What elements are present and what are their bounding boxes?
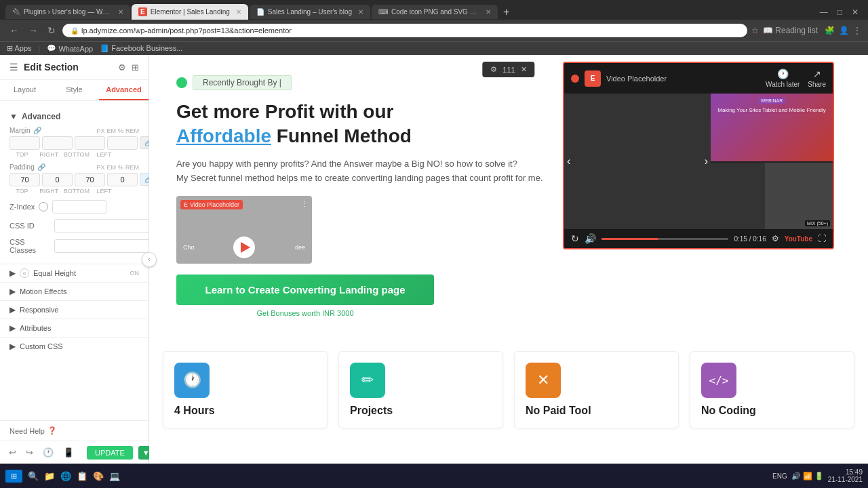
zindex-circle [39,202,48,211]
margin-bottom-input[interactable] [75,136,105,150]
yt-replay-btn[interactable]: ↻ [571,233,579,244]
url-bar[interactable]: 🔒 lp.adymize.com/wp-admin/post.php?post=… [62,24,747,37]
sidebar-icons: ⚙ ⊞ [118,62,139,73]
cssclass-input[interactable] [54,239,149,253]
feature-icon-1: 🕐 [174,363,210,398]
yt-share[interactable]: ↗ Share [808,68,826,88]
padding-em[interactable]: EM [106,164,116,171]
update-button[interactable]: UPDATE [87,446,133,460]
attributes-toggle[interactable]: ▶ Attributes [0,319,149,337]
zindex-input[interactable] [52,200,106,214]
custom-css-toggle[interactable]: ▶ Custom CSS [0,337,149,355]
settings-icon[interactable]: ⚙ [118,62,126,73]
taskbar-app2[interactable]: 🎨 [93,471,104,481]
yt-settings-btn[interactable]: ⚙ [772,234,779,243]
collapse-sidebar-button[interactable]: ‹ [142,252,157,267]
yt-nav-left[interactable]: ‹ [567,155,570,167]
hero-highlight: Affordable [176,125,271,146]
padding-left-input[interactable] [107,173,138,186]
motion-effects-toggle[interactable]: ▶ Motion Effects [0,282,149,300]
browser-actions: ☆ 📖 Reading list 🧩 👤 ⋮ [751,26,861,35]
taskbar-chrome[interactable]: 🌐 [60,471,71,481]
padding-right-input[interactable] [42,173,73,186]
padding-rem[interactable]: % [118,164,123,171]
cta-sub-text: Get Bonuses worth INR 3000 [176,309,434,317]
cssid-input[interactable] [54,219,149,232]
forward-button[interactable]: → [26,24,41,37]
profile-btn[interactable]: 👤 [839,26,849,35]
toolbar-close[interactable]: ✕ [518,64,530,75]
margin-left-input[interactable] [107,136,138,150]
padding-link-btn[interactable]: 🔗 [140,173,149,186]
yt-watch-later[interactable]: 🕐 Watch later [766,68,800,88]
taskbar-app1[interactable]: 📋 [77,471,87,481]
margin-em[interactable]: EM [106,127,116,134]
taskbar-files[interactable]: 📁 [44,471,55,481]
tab-advanced[interactable]: Advanced [99,80,149,100]
bookmark-star[interactable]: ☆ [751,26,759,35]
yt-progress-bar[interactable] [601,238,728,240]
back-button[interactable]: ← [7,24,22,37]
padding-px[interactable]: PX [96,164,104,171]
tab-elementor[interactable]: E Elementor | Sales Landing ✕ [132,4,248,20]
tab-sales[interactable]: 📄 Sales Landing – User's blog ✕ [250,5,370,19]
yt-close-button[interactable] [571,75,579,83]
grid-icon[interactable]: ⊞ [132,62,139,73]
taskbar-tray: ENG 🔊 📶 🔋 15:49 21-11-2021 [772,468,863,483]
margin-rem[interactable]: % [118,127,123,134]
main-area: ☰ Edit Section ⚙ ⊞ Layout Style Advanced… [0,55,868,464]
cta-button[interactable]: Learn to Create Converting Landing page [176,274,434,305]
tab-layout[interactable]: Layout [0,80,50,100]
padding-vw[interactable]: REM [125,164,139,171]
apps-bookmark[interactable]: ⊞ Apps [7,44,32,53]
yt-nav-right[interactable]: › [705,155,708,167]
advanced-section-label[interactable]: ▼ Advanced [9,112,139,121]
new-tab-button[interactable]: + [499,6,513,18]
taskbar-search[interactable]: 🔍 [28,471,39,481]
margin-top-input[interactable] [9,136,40,150]
equal-height-toggle[interactable]: ▶ ○ Equal Height ON [0,264,149,282]
tab-close-1[interactable]: ✕ [118,8,123,16]
menu-btn[interactable]: ⋮ [853,26,861,35]
padding-top-input[interactable] [9,173,40,186]
responsive-toggle[interactable]: ▶ Responsive [0,300,149,319]
start-button[interactable]: ⊞ [5,470,22,483]
video-options-btn[interactable]: ⋮ [301,200,308,207]
margin-px[interactable]: PX [96,127,104,134]
margin-vw[interactable]: REM [125,127,139,134]
sidebar-header: ☰ Edit Section ⚙ ⊞ [0,55,149,80]
reading-list[interactable]: 📖 Reading list [763,26,818,35]
whatsapp-bookmark[interactable]: 💬 WhatsApp [47,44,93,53]
facebook-bookmark[interactable]: 📘 Facebook Business... [100,44,182,53]
yt-thumb-2[interactable]: MIX (50+) [711,163,833,229]
history-button[interactable]: 🕐 [41,445,56,460]
padding-bottom-input[interactable] [75,173,105,186]
margin-link-btn[interactable]: 🔗 [140,136,149,149]
yt-video-area: ‹ › WEBINAR Making Your Sites Tablet and… [564,94,833,229]
reload-button[interactable]: ↻ [45,24,58,37]
play-button[interactable] [233,237,255,258]
margin-right-input[interactable] [42,136,73,150]
tab-close-3[interactable]: ✕ [358,8,363,16]
sidebar-menu-icon[interactable]: ☰ [9,62,18,73]
toolbar-btn1[interactable]: ⚙ [488,64,500,75]
padding-input-labels: TOP RIGHT BOTTOM LEFT [9,186,139,195]
youtube-popup: E Video Placeholder 🕐 Watch later ↗ Shar… [563,62,834,249]
tab-style[interactable]: Style [50,80,99,100]
redo-button[interactable]: ↪ [24,445,35,460]
responsive-button[interactable]: 📱 [61,445,76,460]
undo-button[interactable]: ↩ [7,445,18,460]
extensions-btn[interactable]: 🧩 [825,26,835,35]
yt-title: Video Placeholder [606,75,667,83]
need-help[interactable]: Need Help ❓ [9,426,57,435]
arrow-icon-3: ▶ [9,305,16,314]
yt-sidebar-thumbs: WEBINAR Making Your Sites Tablet and Mob… [711,94,833,229]
tab-code-icon[interactable]: ⌨ Code icon PNG and SVG Vector ... ✕ [372,5,498,19]
taskbar-app3[interactable]: 💻 [109,471,120,481]
tab-plugins[interactable]: 🔌 Plugins › User's blog — WordP... ✕ [5,5,130,19]
yt-fullscreen-btn[interactable]: ⛶ [818,234,826,243]
yt-volume-btn[interactable]: 🔊 [585,233,596,244]
tab-close-4[interactable]: ✕ [486,8,491,16]
tab-close-2[interactable]: ✕ [236,8,241,16]
yt-thumb-1[interactable]: WEBINAR Making Your Sites Tablet and Mob… [711,94,833,161]
